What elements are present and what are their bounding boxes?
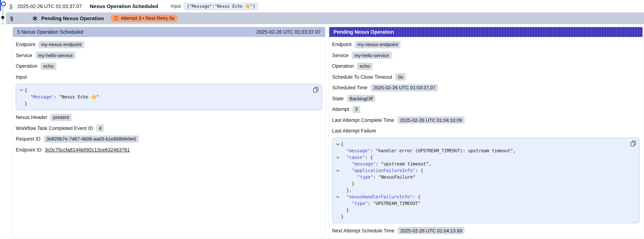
- code-line: "type": "UPSTREAM_TIMEOUT": [335, 200, 624, 207]
- code-content: "message": "handler error (UPSTREAM_TIME…: [341, 148, 516, 154]
- field-label: Next Attempt Schedule Time: [332, 228, 394, 233]
- code-gutter-spacer: [335, 200, 341, 207]
- code-gutter-spacer: [18, 94, 24, 100]
- json-token: : {: [365, 155, 373, 160]
- field-value-link[interactable]: 3c0c75ccfa8144b092c13ce632463761: [45, 147, 130, 152]
- input-label: Input: [170, 4, 181, 9]
- field-row-request-id: Request ID3e829b7e-7d67-4b08-aad3-b1e868…: [16, 135, 322, 143]
- field-row-input: Input: [16, 73, 322, 81]
- code-gutter-spacer: [335, 207, 341, 214]
- json-token: "type": [357, 174, 373, 180]
- code-gutter-spacer: [335, 187, 341, 194]
- field-row-last-attempt-complete-time: Last Attempt Complete Time2025-02-26 UTC…: [332, 116, 640, 124]
- collapse-arrow-icon[interactable]: [335, 141, 341, 148]
- field-label: Endpoint: [16, 42, 35, 47]
- field-row-workflow-task-completed-event-id: Workflow Task Completed Event ID4: [16, 124, 322, 132]
- code-content: }: [341, 207, 349, 214]
- json-token: "upstream timeout": [381, 162, 428, 166]
- attempt-retry-badge: Attempt 3 • Next Retry 0s: [110, 15, 178, 22]
- json-token: }: [352, 181, 354, 186]
- scheduled-panel-fields: Endpointmy-nexus-endpointServicemy-hello…: [13, 37, 325, 160]
- field-row-endpoint-id: Endpoint ID3c0c75ccfa8144b092c13ce632463…: [16, 146, 322, 154]
- field-value-badge: 3e829b7e-7d67-4b08-aad3-b1e868bfe9e0: [44, 135, 138, 142]
- json-token: "handler error (UPSTREAM_TIMEOUT): upstr…: [376, 148, 513, 153]
- scheduled-panel-title: 5 Nexus Operation Scheduled: [17, 29, 83, 35]
- field-label: Nexus Header: [16, 114, 48, 120]
- retry-icon: [114, 16, 118, 21]
- event-id-link[interactable]: 5: [10, 15, 13, 21]
- code-line: }: [335, 207, 624, 214]
- json-token: "nexusHandlerFailureInfo": [346, 194, 412, 200]
- pending-panel-header: Pending Nexus Operation: [329, 27, 642, 37]
- field-row-nexus-header: Nexus Headerpresent: [16, 113, 322, 121]
- copy-button[interactable]: [630, 140, 636, 148]
- field-row-attempt: Attempt3: [332, 105, 640, 113]
- field-label: State: [332, 96, 344, 101]
- json-token: ,: [428, 162, 431, 166]
- field-label: Endpoint: [332, 42, 352, 47]
- workflow-history-view: 5 2025-02-26 UTC 01:03:37.07 Nexus Opera…: [0, 0, 644, 239]
- code-content: "applicationFailureInfo": {: [341, 167, 423, 174]
- field-row-next-attempt-schedule-time: Next Attempt Schedule Time2025-02-26 UTC…: [332, 226, 640, 234]
- code-gutter-spacer: [335, 161, 341, 167]
- code-content: "message": "upstream timeout",: [341, 161, 431, 167]
- field-label: Endpoint ID: [16, 147, 42, 152]
- json-code-block: {"Message": "Nexus Echo 👋"}: [16, 84, 322, 110]
- field-label: Request ID: [16, 136, 40, 142]
- event-detail-panels: 5 Nexus Operation Scheduled 2025-02-26 U…: [12, 27, 643, 239]
- event-row-pending-nexus-operation[interactable]: 5 Pending Nexus Operation Attempt 3 • Ne…: [6, 12, 644, 24]
- collapse-arrow-icon[interactable]: [18, 87, 24, 94]
- code-gutter-spacer: [335, 214, 341, 220]
- field-label: Service: [332, 52, 348, 58]
- timeline-connector: [2, 6, 3, 15]
- pending-operation-panel: Pending Nexus Operation Endpointmy-nexus…: [329, 27, 643, 239]
- json-token: "applicationFailureInfo": [352, 168, 415, 173]
- json-token: "cause": [346, 155, 365, 160]
- code-content: },: [341, 187, 352, 194]
- code-gutter-spacer: [335, 148, 341, 154]
- field-value-badge: echo: [41, 62, 56, 70]
- field-value-badge: 2025-02-26 UTC 01:04:10.09: [398, 116, 464, 124]
- code-content: "nexusHandlerFailureInfo": {: [341, 194, 420, 200]
- json-token: {: [24, 88, 27, 93]
- timeline-connector: [2, 20, 3, 24]
- scheduled-event-panel: 5 Nexus Operation Scheduled 2025-02-26 U…: [12, 27, 326, 239]
- code-line: {: [335, 141, 624, 148]
- collapse-arrow-icon[interactable]: [335, 194, 341, 200]
- code-line: "applicationFailureInfo": {: [335, 167, 624, 174]
- field-row-endpoint: Endpointmy-nexus-endpoint: [16, 40, 322, 48]
- field-value-badge: 0s: [396, 73, 406, 80]
- code-line: "cause": {: [335, 154, 624, 161]
- field-label: Last Attempt Complete Time: [332, 117, 394, 123]
- json-token: }: [341, 214, 344, 219]
- field-label: Last Attempt Failure: [332, 128, 376, 134]
- field-row-scheduled-time: Scheduled Time2025-02-26 UTC 01:03:37.07: [332, 84, 640, 92]
- field-row-service: Servicemy-hello-service: [332, 51, 640, 59]
- json-token: :: [54, 94, 59, 99]
- code-content: {: [24, 87, 27, 94]
- json-token: :: [370, 148, 376, 153]
- field-row-operation: Operationecho: [16, 62, 322, 70]
- json-token: : {: [412, 194, 420, 200]
- collapse-arrow-icon[interactable]: [335, 167, 341, 174]
- event-row-nexus-operation-scheduled[interactable]: 5 2025-02-26 UTC 01:03:37.07 Nexus Opera…: [0, 0, 644, 12]
- json-token: :: [368, 201, 373, 206]
- code-content: "type": "NexusFailure": [341, 174, 416, 180]
- collapse-arrow-icon[interactable]: [335, 154, 341, 161]
- json-token: :: [376, 162, 381, 166]
- json-token: }: [346, 208, 349, 213]
- field-row-last-attempt-failure: Last Attempt Failure: [332, 127, 640, 135]
- event-id-link[interactable]: 5: [10, 3, 12, 9]
- code-gutter-spacer: [335, 180, 341, 187]
- code-lines: {"Message": "Nexus Echo 👋"}: [18, 87, 307, 107]
- code-line: "type": "NexusFailure": [335, 174, 624, 180]
- code-line: "message": "handler error (UPSTREAM_TIME…: [335, 148, 624, 154]
- field-label: Operation: [332, 63, 354, 69]
- input-preview-chip: {"Message":"Nexus Echo 👋"}: [184, 3, 258, 10]
- json-token: "Nexus Echo 👋": [59, 94, 99, 99]
- field-value-badge: echo: [357, 62, 372, 70]
- copy-button[interactable]: [313, 86, 318, 94]
- field-label: Workflow Task Completed Event ID: [16, 125, 93, 131]
- event-timestamp: 2025-02-26 UTC 01:03:37.07: [18, 4, 82, 9]
- field-value-badge: my-nexus-endpoint: [39, 41, 84, 48]
